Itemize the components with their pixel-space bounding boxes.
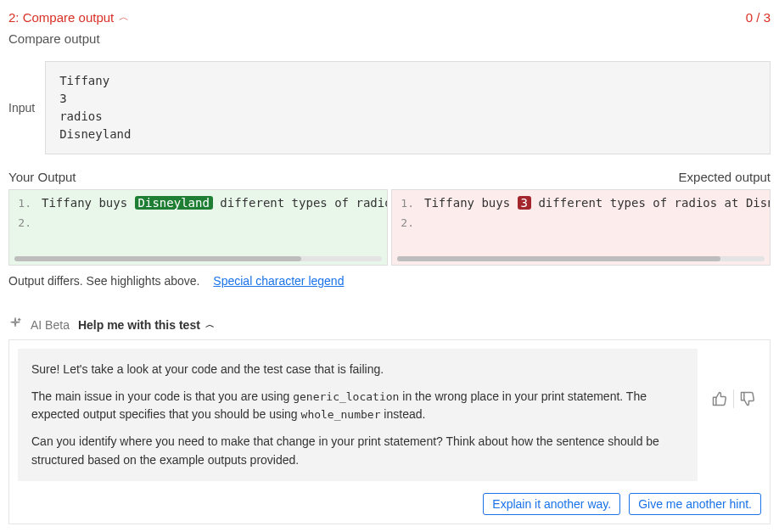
line-number: 2. — [395, 214, 414, 232]
sparkle-icon — [8, 316, 22, 333]
expected-output-line1: Tiffany buys 3 different types of radios… — [424, 193, 771, 214]
line-number: 1. — [13, 194, 31, 213]
scrollbar-track[interactable] — [14, 256, 382, 261]
thumbs-up-button[interactable] — [711, 390, 728, 407]
thumbs-down-button[interactable] — [739, 390, 756, 407]
explain-another-way-button[interactable]: Explain it another way. — [483, 493, 620, 515]
test-header-toggle[interactable]: 2: Compare output ︿ — [8, 10, 129, 25]
diff-highlight-yours: Disneyland — [135, 196, 213, 210]
line-number: 1. — [395, 194, 414, 213]
ai-beta-label: AI Beta — [31, 318, 70, 332]
section-subtitle: Compare output — [8, 31, 771, 46]
scrollbar-thumb[interactable] — [14, 256, 301, 261]
your-output-label: Your Output — [8, 170, 76, 184]
code-token: whole_number — [301, 408, 381, 421]
line-number: 2. — [13, 214, 31, 232]
chevron-up-icon: ︿ — [119, 10, 129, 25]
code-token: generic_location — [293, 390, 399, 403]
special-char-legend-link[interactable]: Special character legend — [213, 274, 344, 288]
scrollbar-thumb[interactable] — [397, 256, 720, 261]
test-title: 2: Compare output — [8, 10, 114, 25]
input-content: Tiffany 3 radios Disneyland — [45, 61, 771, 154]
test-score: 0 / 3 — [746, 10, 771, 25]
scrollbar-track[interactable] — [397, 256, 765, 261]
your-output-pane: 1. Tiffany buys Disneyland different typ… — [8, 189, 388, 266]
give-another-hint-button[interactable]: Give me another hint. — [629, 493, 761, 515]
ai-help-card: Sure! Let's take a look at your code and… — [8, 339, 771, 524]
input-label: Input — [8, 101, 35, 115]
expected-output-label: Expected output — [679, 170, 771, 184]
ai-response-text: Sure! Let's take a look at your code and… — [18, 349, 698, 481]
chevron-up-icon: ︿ — [205, 318, 215, 331]
expected-output-pane: 1. Tiffany buys 3 different types of rad… — [391, 189, 771, 266]
diff-highlight-expected: 3 — [518, 196, 531, 210]
output-differs-text: Output differs. See highlights above. — [8, 274, 199, 288]
divider — [733, 389, 734, 408]
help-me-toggle[interactable]: Help me with this test ︿ — [78, 318, 215, 332]
your-output-line1: Tiffany buys Disneyland different types … — [42, 193, 388, 214]
